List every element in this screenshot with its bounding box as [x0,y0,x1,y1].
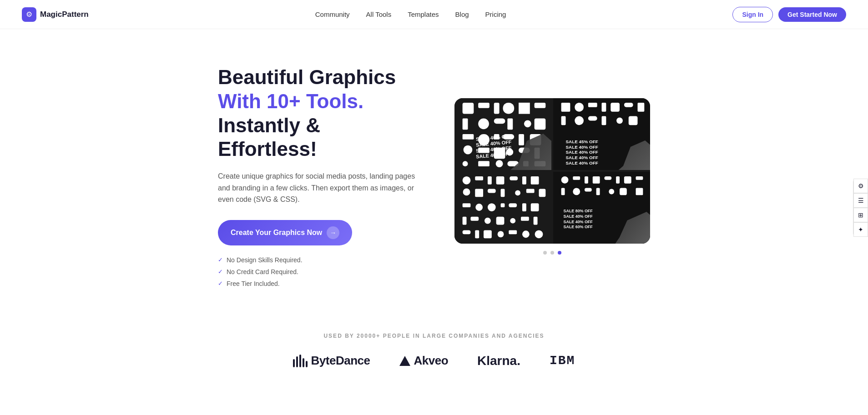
svg-rect-41 [561,116,566,125]
svg-rect-95 [561,188,565,195]
nav-community[interactable]: Community [315,10,350,18]
side-btn-3[interactable]: ⊞ [853,208,868,222]
checklist: ✓ No Design Skills Required. ✓ No Credit… [218,256,418,287]
svg-rect-6 [463,118,468,130]
svg-rect-69 [501,203,505,207]
checklist-text-3: Free Tier Included. [227,280,280,287]
svg-rect-62 [501,189,505,197]
hero-quad-2: SALE 45% OFF SALE 40% OFF SALE 40% OFF S… [553,98,650,170]
svg-rect-101 [636,188,643,195]
svg-rect-78 [521,217,529,221]
svg-rect-5 [535,103,546,108]
ibm-text: IBM [550,354,575,368]
svg-point-45 [616,117,623,124]
svg-point-7 [478,118,489,129]
side-btn-2[interactable]: ☰ [853,193,868,208]
svg-point-63 [515,190,520,195]
svg-rect-44 [602,116,606,125]
signin-button[interactable]: Sign In [732,7,773,22]
svg-rect-37 [602,103,606,112]
svg-rect-56 [510,176,518,180]
svg-rect-61 [488,189,496,193]
checklist-item-2: ✓ No Credit Card Required. [218,268,418,275]
check-icon-1: ✓ [218,256,223,263]
headline-line1: Beautiful Graphics [218,66,396,88]
svg-rect-40 [638,103,645,112]
bar-1 [293,359,295,367]
svg-rect-16 [519,134,524,145]
nav-blog[interactable]: Blog [455,10,469,18]
headline-line2: With 10+ Tools. [218,90,363,112]
svg-rect-34 [561,103,570,112]
svg-rect-81 [475,230,479,238]
svg-rect-100 [620,188,627,195]
get-started-nav-button[interactable]: Get Started Now [778,7,846,22]
svg-rect-64 [526,189,535,193]
svg-point-10 [524,120,531,127]
nav-pricing[interactable]: Pricing [485,10,506,18]
svg-point-26 [496,160,503,167]
hero-subtitle: Create unique graphics for social media … [218,170,418,205]
hero-section: Beautiful Graphics With 10+ Tools. Insta… [0,29,868,315]
dot-2[interactable] [550,251,554,255]
bar-5 [306,361,308,367]
svg-point-77 [510,218,515,224]
svg-rect-87 [561,176,569,184]
hero-quad-4: SALE 80% OFF SALE 40% OFF SALE 40% OFF S… [553,172,650,244]
hero-headline: Beautiful Graphics With 10+ Tools. Insta… [218,65,418,161]
check-icon-2: ✓ [218,268,223,275]
svg-rect-94 [636,176,643,180]
nav-all-tools[interactable]: All Tools [366,10,392,18]
svg-rect-89 [585,176,588,184]
side-panel: ⚙ ☰ ⊞ ✦ [853,179,868,237]
checklist-text-1: No Design Skills Required. [227,256,303,264]
dot-3[interactable] [558,251,561,255]
bar-3 [299,355,301,367]
logo-icon [22,7,36,22]
svg-point-59 [463,189,470,196]
svg-rect-8 [494,118,505,124]
hero-image: SALE 40% OFF SALE 40% OFF SALE 40% OFF S… [454,98,650,244]
svg-rect-54 [488,176,492,185]
svg-rect-53 [475,176,483,180]
svg-text:SALE 40% OFF: SALE 40% OFF [566,155,598,160]
dot-1[interactable] [543,251,547,255]
svg-point-18 [464,145,473,155]
svg-rect-43 [588,116,597,120]
checklist-item-3: ✓ Free Tier Included. [218,280,418,287]
svg-rect-35 [575,103,584,112]
headline-line3: Instantly & Effortless! [218,114,320,160]
svg-rect-0 [463,103,474,114]
svg-rect-93 [624,176,631,184]
svg-text:SALE 40% OFF: SALE 40% OFF [564,214,593,219]
logos-row: ByteDance Akveo Klarna. IBM [36,354,832,368]
svg-rect-3 [503,103,515,114]
cta-label: Create Your Graphics Now [231,229,322,237]
svg-rect-39 [624,103,633,107]
svg-rect-57 [522,176,526,185]
svg-text:SALE 80% OFF: SALE 80% OFF [564,209,593,213]
cta-button[interactable]: Create Your Graphics Now → [218,220,352,245]
checklist-text-2: No Credit Card Required. [227,268,298,275]
svg-rect-38 [611,103,620,112]
svg-rect-76 [496,217,505,225]
svg-point-99 [609,189,614,195]
svg-rect-36 [588,103,597,107]
side-btn-4[interactable]: ✦ [853,222,868,237]
svg-rect-9 [507,118,513,130]
logo-ibm: IBM [550,354,575,368]
svg-text:SALE 40% OFF: SALE 40% OFF [566,150,598,155]
logos-label: USED BY 20000+ PEOPLE IN LARGE COMPANIES… [36,333,832,339]
svg-rect-11 [535,118,546,130]
nav-templates[interactable]: Templates [408,10,439,18]
hero-visual: SALE 40% OFF SALE 40% OFF SALE 40% OFF S… [454,98,650,255]
svg-rect-92 [616,176,620,184]
svg-text:SALE 40% OFF: SALE 40% OFF [566,145,598,150]
svg-rect-79 [534,217,538,225]
svg-rect-97 [585,188,592,192]
svg-rect-82 [484,230,492,238]
logo-link[interactable]: MagicPattern [22,7,89,22]
side-btn-1[interactable]: ⚙ [853,179,868,193]
akveo-text: Akveo [414,354,449,368]
pattern-svg-3 [454,172,551,244]
